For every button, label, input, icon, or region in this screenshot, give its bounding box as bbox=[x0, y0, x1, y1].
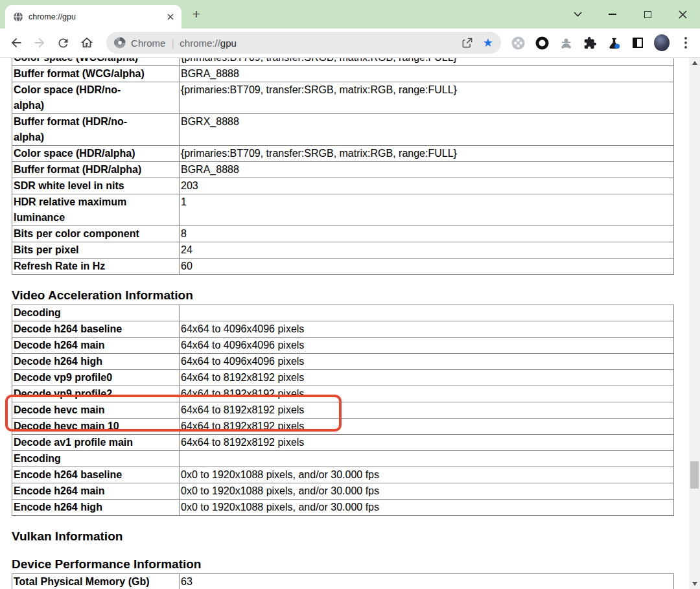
table-row: Encode h264 main0x0 to 1920x1088 pixels,… bbox=[12, 483, 674, 500]
row-value: 8 bbox=[180, 226, 674, 242]
row-label: Decode vp9 profile0 bbox=[12, 370, 180, 386]
table-row: Decode h264 main64x64 to 4096x4096 pixel… bbox=[12, 338, 674, 354]
row-label: SDR white level in nits bbox=[12, 178, 180, 194]
table-row: SDR white level in nits203 bbox=[12, 178, 674, 194]
row-label: Encode h264 baseline bbox=[12, 467, 180, 483]
flask-experiment-icon[interactable] bbox=[606, 35, 622, 51]
row-value: 63 bbox=[180, 574, 674, 589]
tab-close-icon[interactable] bbox=[165, 11, 176, 23]
row-value: {primaries:BT709, transfer:SRGB, matrix:… bbox=[180, 82, 674, 114]
tab-search-chevron-icon[interactable] bbox=[560, 3, 595, 25]
table-row: Bits per pixel24 bbox=[12, 242, 674, 259]
share-icon[interactable] bbox=[461, 36, 474, 49]
globe-favicon-icon bbox=[13, 12, 23, 22]
forward-icon[interactable] bbox=[32, 34, 49, 51]
scrollbar-up-arrow-icon[interactable] bbox=[689, 58, 700, 68]
table-row: Encoding bbox=[12, 451, 674, 467]
table-row: Buffer format (HDR/no- alpha)BGRX_8888 bbox=[12, 114, 674, 146]
row-label: HDR relative maximum luminance bbox=[12, 194, 180, 226]
scrollbar-down-arrow-icon[interactable] bbox=[689, 579, 700, 589]
row-label: Color space (HDR/alpha) bbox=[12, 146, 180, 162]
table-row: Color space (WCG/alpha){primaries:BT709,… bbox=[12, 58, 674, 66]
maximize-button[interactable] bbox=[630, 3, 665, 25]
vertical-scrollbar[interactable] bbox=[689, 58, 700, 589]
chrome-logo-icon bbox=[114, 37, 126, 49]
close-window-button[interactable] bbox=[665, 3, 700, 25]
device-performance-table: Total Physical Memory (Gb)63Total Disk S… bbox=[12, 573, 674, 589]
browser-toolbar: Chrome | chrome://gpu ★ bbox=[0, 29, 700, 58]
row-label: Decode av1 profile main bbox=[12, 435, 180, 451]
table-row: Encode h264 baseline0x0 to 1920x1088 pix… bbox=[12, 467, 674, 483]
row-value: 64x64 to 4096x4096 pixels bbox=[180, 354, 674, 370]
kebab-menu-icon[interactable] bbox=[678, 35, 694, 51]
profile-avatar[interactable] bbox=[654, 35, 670, 51]
row-label: Decoding bbox=[12, 305, 180, 321]
table-row: HDR relative maximum luminance1 bbox=[12, 194, 674, 226]
row-label: Decode hevc main 10 bbox=[12, 419, 180, 435]
device-performance-heading: Device Performance Information bbox=[12, 557, 689, 572]
table-row: Refresh Rate in Hz60 bbox=[12, 259, 674, 275]
video-acceleration-heading: Video Acceleration Information bbox=[12, 288, 689, 303]
display-properties-table: Color space (WCG/alpha){primaries:BT709,… bbox=[12, 58, 674, 275]
table-row: Decode av1 profile main64x64 to 8192x819… bbox=[12, 435, 674, 451]
row-value: 0x0 to 1920x1088 pixels, and/or 30.000 f… bbox=[180, 500, 674, 516]
back-icon[interactable] bbox=[8, 34, 25, 51]
table-row: Decode h264 high64x64 to 4096x4096 pixel… bbox=[12, 354, 674, 370]
vulkan-heading: Vulkan Information bbox=[12, 529, 689, 544]
table-row: Bits per color component8 bbox=[12, 226, 674, 242]
extension-detective-icon[interactable] bbox=[558, 35, 574, 51]
reload-icon[interactable] bbox=[55, 34, 72, 51]
row-value: BGRA_8888 bbox=[180, 162, 674, 178]
row-value: 0x0 to 1920x1088 pixels, and/or 30.000 f… bbox=[180, 467, 674, 483]
omnibox-origin-label: Chrome bbox=[131, 38, 165, 49]
extension-ring-icon[interactable] bbox=[534, 35, 550, 51]
row-value: 64x64 to 8192x8192 pixels bbox=[180, 386, 674, 402]
extensions-row bbox=[510, 35, 694, 51]
row-label: Decode vp9 profile2 bbox=[12, 386, 180, 402]
extensions-puzzle-icon[interactable] bbox=[582, 35, 598, 51]
bookmark-star-icon[interactable]: ★ bbox=[483, 36, 493, 50]
window-controls bbox=[560, 0, 700, 29]
tab-title: chrome://gpu bbox=[29, 12, 165, 21]
table-row: Decode vp9 profile064x64 to 8192x8192 pi… bbox=[12, 370, 674, 386]
scrollbar-thumb[interactable] bbox=[690, 461, 699, 489]
row-value: 64x64 to 8192x8192 pixels bbox=[180, 435, 674, 451]
table-row-highlighted: Decode hevc main64x64 to 8192x8192 pixel… bbox=[12, 402, 674, 419]
row-label: Buffer format (WCG/alpha) bbox=[12, 66, 180, 82]
row-label: Refresh Rate in Hz bbox=[12, 259, 180, 275]
omnibox-url: chrome://gpu bbox=[180, 38, 237, 49]
row-label: Encode h264 main bbox=[12, 483, 180, 500]
row-value: 1 bbox=[180, 194, 674, 226]
row-label: Total Physical Memory (Gb) bbox=[12, 574, 180, 589]
table-row: Decode h264 baseline64x64 to 4096x4096 p… bbox=[12, 321, 674, 338]
row-value: BGRA_8888 bbox=[180, 66, 674, 82]
row-label: Decode h264 high bbox=[12, 354, 180, 370]
row-value: 64x64 to 8192x8192 pixels bbox=[180, 370, 674, 386]
row-label: Decode h264 baseline bbox=[12, 321, 180, 338]
new-tab-button[interactable]: + bbox=[189, 8, 204, 22]
split-screen-extension-icon[interactable] bbox=[630, 35, 646, 51]
row-label: Buffer format (HDR/alpha) bbox=[12, 162, 180, 178]
tab-chrome-gpu[interactable]: chrome://gpu bbox=[5, 5, 181, 29]
row-value: 0x0 to 1920x1088 pixels, and/or 30.000 f… bbox=[180, 483, 674, 500]
omnibox-separator: | bbox=[171, 38, 174, 49]
row-value: 60 bbox=[180, 259, 674, 275]
row-value: 64x64 to 8192x8192 pixels bbox=[180, 419, 674, 435]
row-value bbox=[180, 305, 674, 321]
row-value: {primaries:BT709, transfer:SRGB, matrix:… bbox=[180, 58, 674, 66]
table-row: Total Physical Memory (Gb)63 bbox=[12, 574, 674, 589]
extension-clover-icon[interactable] bbox=[510, 35, 526, 51]
table-row: Buffer format (WCG/alpha)BGRA_8888 bbox=[12, 66, 674, 82]
row-label: Color space (WCG/alpha) bbox=[12, 58, 180, 66]
row-value: {primaries:BT709, transfer:SRGB, matrix:… bbox=[180, 146, 674, 162]
home-icon[interactable] bbox=[79, 34, 96, 51]
omnibox[interactable]: Chrome | chrome://gpu ★ bbox=[106, 32, 501, 54]
row-label: Decode h264 main bbox=[12, 338, 180, 354]
table-row: Buffer format (HDR/alpha)BGRA_8888 bbox=[12, 162, 674, 178]
minimize-button[interactable] bbox=[595, 3, 630, 25]
row-value: 24 bbox=[180, 242, 674, 259]
row-label: Encoding bbox=[12, 451, 180, 467]
row-label: Bits per color component bbox=[12, 226, 180, 242]
row-label: Bits per pixel bbox=[12, 242, 180, 259]
table-row: Encode h264 high0x0 to 1920x1088 pixels,… bbox=[12, 500, 674, 516]
